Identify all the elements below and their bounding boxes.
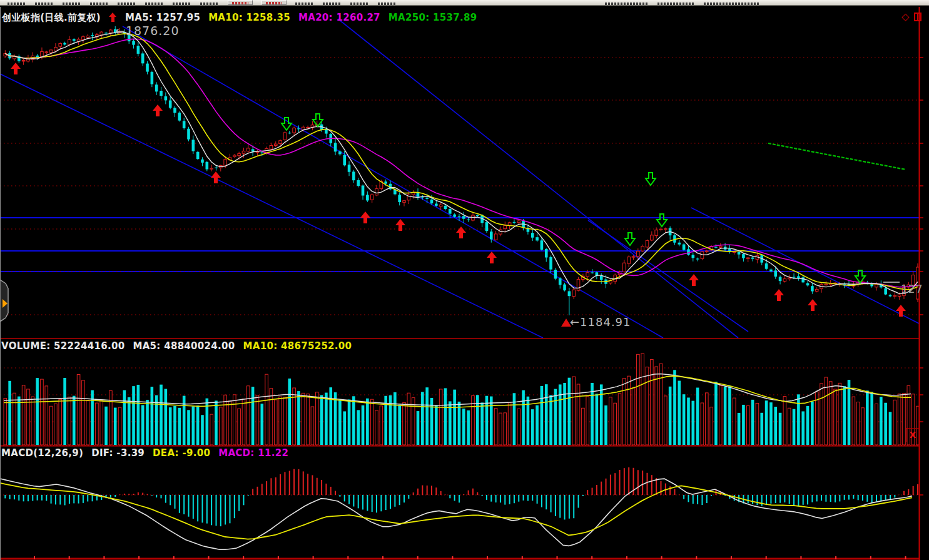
macd-dif-dea-lines <box>0 479 912 549</box>
macd-params-label: MACD(12,26,9) <box>1 447 83 459</box>
window-split-icon[interactable] <box>914 13 921 21</box>
indicator-value: MA10: 48675252.00 <box>243 340 352 352</box>
indicator-value: MA5: 48840024.00 <box>133 340 235 352</box>
volume-bars <box>4 354 919 445</box>
trading-app-window: 创业板指(日线.前复权) MA5: 1257.95MA10: 1258.35MA… <box>0 0 929 560</box>
volume-ma-lines <box>4 374 911 408</box>
chart-canvas[interactable] <box>0 0 929 560</box>
main-chart-header: 创业板指(日线.前复权) MA5: 1257.95MA10: 1258.35MA… <box>2 12 477 24</box>
ma-lines <box>5 32 918 293</box>
volume-indicator-values: VOLUME: 52224416.00MA5: 48840024.00MA10:… <box>1 340 352 352</box>
ma250-line <box>768 143 906 170</box>
current-price-label: 127 <box>901 283 923 295</box>
macd-header: MACD(12,26,9) DIF: -3.39DEA: -9.00MACD: … <box>1 447 288 459</box>
indicator-value: VOLUME: 52224416.00 <box>1 340 124 352</box>
ma-indicator-values: MA5: 1257.95MA10: 1258.35MA20: 1260.27MA… <box>125 12 477 24</box>
high-price-annotation: ←1876.20 <box>115 24 180 38</box>
macd-indicator-values: DIF: -3.39DEA: -9.00MACD: 11.22 <box>91 447 288 459</box>
symbol-title: 创业板指(日线.前复权) <box>2 12 101 24</box>
trendlines[interactable] <box>0 19 919 338</box>
volume-header: VOLUME: 52224416.00MA5: 48840024.00MA10:… <box>1 340 352 352</box>
indicator-value: MACD: 11.22 <box>218 447 288 459</box>
low-price-annotation: ←1184.91 <box>570 315 631 328</box>
buy-signal-arrows <box>11 63 906 317</box>
macd-histogram <box>5 467 918 526</box>
pane-borders <box>0 7 919 560</box>
side-panel-toggle[interactable] <box>0 280 8 322</box>
indicator-value: MA10: 1258.35 <box>208 12 290 24</box>
up-arrow-icon <box>109 13 117 22</box>
indicator-value: DIF: -3.39 <box>91 447 145 459</box>
close-pane-button[interactable]: X <box>906 428 919 442</box>
indicator-value: MA20: 1260.27 <box>298 12 380 24</box>
indicator-value: DEA: -9.00 <box>153 447 210 459</box>
main-gridlines <box>0 58 919 315</box>
support-hlines[interactable] <box>0 218 919 272</box>
indicator-value: MA5: 1257.95 <box>125 12 200 24</box>
indicator-value: MA250: 1537.89 <box>388 12 477 24</box>
diamond-icon[interactable]: ◇ <box>901 11 909 23</box>
